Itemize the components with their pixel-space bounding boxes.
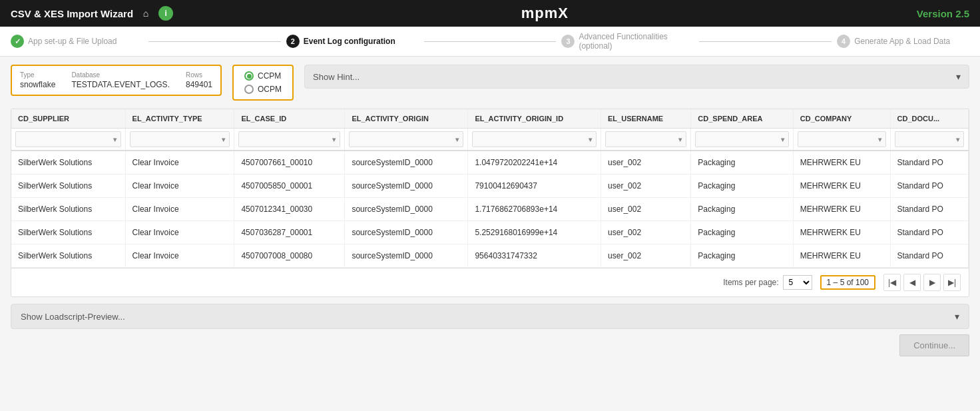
cell-1-6: Packaging [691,175,794,198]
wizard-step-4[interactable]: 4 Generate App & Load Data [837,35,969,48]
cell-1-7: MEHRWERK EU [793,175,890,198]
first-page-btn[interactable]: |◀ [883,274,901,291]
continue-button[interactable]: Continue... [899,334,969,356]
cell-4-5: user_002 [601,244,691,268]
filter-2[interactable]: ▾ [234,129,345,151]
cell-4-2: 4507007008_00080 [234,244,345,268]
cell-3-4: 5.2529168016999e+14 [468,221,601,244]
cell-1-3: sourceSystemID_0000 [345,175,468,198]
loadscript-preview-bar[interactable]: Show Loadscript-Preview... ▾ [11,304,969,329]
ocpm-option[interactable]: OCPM [244,85,282,94]
items-per-page-label: Items per page: [723,278,778,287]
cell-2-0: SilberWerk Solutions [11,198,125,221]
cell-4-8: Standard PO [890,244,968,268]
cell-1-1: Clear Invoice [125,175,234,198]
table-row: SilberWerk SolutionsClear Invoice4507012… [11,198,969,221]
prev-page-btn[interactable]: ◀ [903,274,921,291]
hint-box[interactable]: Show Hint... ▾ [304,65,969,89]
filter-5[interactable]: ▾ [601,129,691,151]
rows-value: 849401 [186,80,212,89]
ccpm-radio[interactable] [244,71,254,81]
cell-1-5: user_002 [601,175,691,198]
col-header-1: EL_ACTIVITY_TYPE [125,109,234,129]
cell-1-2: 4507005850_00001 [234,175,345,198]
cell-0-4: 1.0479720202241e+14 [468,151,601,175]
app-logo: mpmX [173,5,917,22]
cell-3-2: 4507036287_00001 [234,221,345,244]
file-database: Database TESTDATA.EVENT_LOGS. [71,71,170,89]
col-header-4: EL_ACTIVITY_ORIGIN_ID [468,109,601,129]
wizard-step-1[interactable]: ✓ App set-up & File Upload [11,35,143,48]
cell-2-3: sourceSystemID_0000 [345,198,468,221]
filter-4[interactable]: ▾ [468,129,601,151]
filter-1[interactable]: ▾ [125,129,234,151]
last-page-btn[interactable]: ▶| [943,274,961,291]
wizard-step-2[interactable]: 2 Event Log configuration [286,35,419,48]
ccpm-label: CCPM [258,71,281,81]
table-filter-row: ▾ ▾ ▾ ▾ ▾ [11,129,969,151]
hint-label: Show Hint... [313,72,360,82]
next-page-btn[interactable]: ▶ [923,274,941,291]
loadscript-label: Show Loadscript-Preview... [21,312,125,322]
filter-6[interactable]: ▾ [691,129,794,151]
cell-0-8: Standard PO [890,151,968,175]
step-3-num: 3 [561,35,575,48]
main-content: Type snowflake Database TESTDATA.EVENT_L… [0,57,980,364]
top-section: Type snowflake Database TESTDATA.EVENT_L… [11,65,969,101]
page-nav: |◀ ◀ ▶ ▶| [883,274,961,291]
cell-3-0: SilberWerk Solutions [11,221,125,244]
filter-7[interactable]: ▾ [793,129,890,151]
filter-3[interactable]: ▾ [345,129,468,151]
app-title-text: CSV & XES Import Wizard [11,8,133,19]
cell-3-1: Clear Invoice [125,221,234,244]
step-line-3 [699,41,832,42]
home-icon[interactable]: ⌂ [138,6,153,21]
data-table: CD_SUPPLIER EL_ACTIVITY_TYPE EL_CASE_ID … [11,109,969,268]
cell-0-6: Packaging [691,151,794,175]
cell-2-2: 4507012341_00030 [234,198,345,221]
step-3-label: Advanced Functionalities (optional) [579,32,694,51]
step-4-label: Generate App & Load Data [854,37,950,46]
cell-4-4: 95640331747332 [468,244,601,268]
app-title: CSV & XES Import Wizard ⌂ i [11,6,173,21]
cell-0-5: user_002 [601,151,691,175]
filter-0[interactable]: ▾ [11,129,125,151]
cell-3-8: Standard PO [890,221,968,244]
cell-2-4: 1.7176862706893e+14 [468,198,601,221]
table-row: SilberWerk SolutionsClear Invoice4507007… [11,151,969,175]
step-1-num: ✓ [11,35,24,48]
cell-4-6: Packaging [691,244,794,268]
pagination-bar: Items per page: 5 10 25 50 1 – 5 of 100 … [11,268,969,296]
cell-4-1: Clear Invoice [125,244,234,268]
filter-8[interactable]: ▾ [890,129,968,151]
step-1-label: App set-up & File Upload [28,37,117,46]
cell-4-7: MEHRWERK EU [793,244,890,268]
step-2-num: 2 [286,35,300,48]
table-body: SilberWerk SolutionsClear Invoice4507007… [11,151,969,268]
cell-3-5: user_002 [601,221,691,244]
cell-2-7: MEHRWERK EU [793,198,890,221]
cell-1-0: SilberWerk Solutions [11,175,125,198]
col-header-0: CD_SUPPLIER [11,109,125,129]
cell-4-0: SilberWerk Solutions [11,244,125,268]
table-wrapper[interactable]: CD_SUPPLIER EL_ACTIVITY_TYPE EL_CASE_ID … [11,109,969,268]
page-range: 1 – 5 of 100 [820,275,875,290]
wizard-steps: ✓ App set-up & File Upload 2 Event Log c… [0,27,980,57]
wizard-step-3[interactable]: 3 Advanced Functionalities (optional) [561,32,694,51]
ocpm-radio[interactable] [244,85,254,94]
items-per-page-select[interactable]: 5 10 25 50 [783,275,812,290]
cell-0-2: 4507007661_00010 [234,151,345,175]
top-nav: CSV & XES Import Wizard ⌂ i mpmX Version… [0,0,980,27]
cell-0-3: sourceSystemID_0000 [345,151,468,175]
col-header-5: EL_USERNAME [601,109,691,129]
cell-3-7: MEHRWERK EU [793,221,890,244]
table-row: SilberWerk SolutionsClear Invoice4507036… [11,221,969,244]
ocpm-label: OCPM [258,85,282,94]
cell-1-4: 79100412690437 [468,175,601,198]
info-icon[interactable]: i [158,6,173,21]
ccpm-option[interactable]: CCPM [244,71,282,81]
database-value: TESTDATA.EVENT_LOGS. [71,80,170,89]
cell-2-5: user_002 [601,198,691,221]
cell-2-6: Packaging [691,198,794,221]
col-header-3: EL_ACTIVITY_ORIGIN [345,109,468,129]
